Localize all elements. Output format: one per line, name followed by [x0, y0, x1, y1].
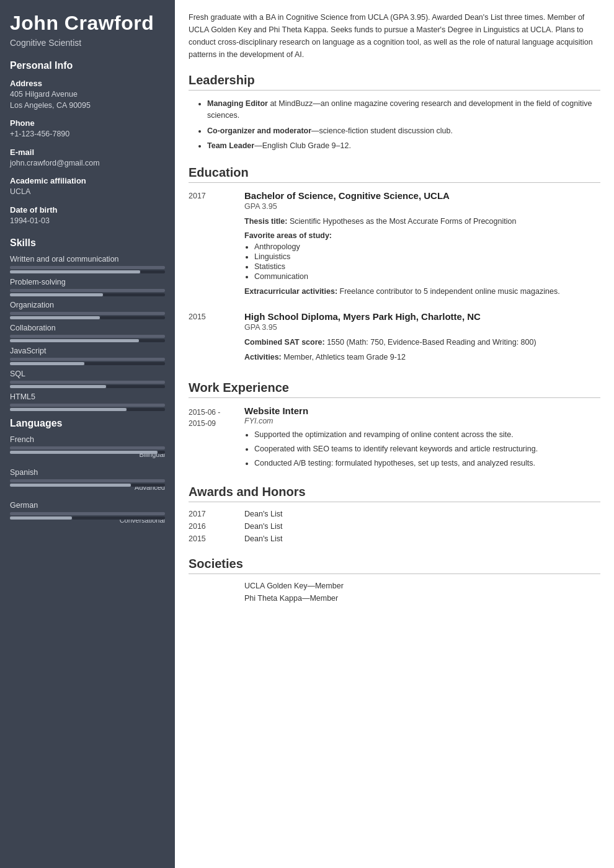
- skill-bar: [10, 358, 165, 361]
- award-row: 2017 Dean's List: [189, 510, 600, 518]
- edu-degree: Bachelor of Science, Cognitive Science, …: [244, 190, 600, 201]
- award-row: 2016 Dean's List: [189, 522, 600, 531]
- affiliation-value: UCLA: [10, 187, 165, 198]
- leadership-bullet: Co-organizer and moderator—science-ficti…: [207, 125, 600, 137]
- skill-name: Problem-solving: [10, 278, 165, 286]
- education-row: 2015 High School Diploma, Myers Park Hig…: [189, 311, 600, 368]
- address-label: Address: [10, 79, 165, 88]
- award-name: Dean's List: [244, 510, 282, 518]
- society-item: UCLA Golden Key—Member: [244, 582, 600, 590]
- intro-paragraph: Fresh graduate with a BA in Cognitive Sc…: [189, 11, 600, 61]
- full-name: John Crawford: [10, 12, 165, 34]
- skill-item: HTML5: [10, 392, 165, 407]
- language-name: Spanish: [10, 468, 165, 477]
- edu-content: Bachelor of Science, Cognitive Science, …: [244, 190, 600, 301]
- address-line2: Los Angeles, CA 90095: [10, 100, 165, 112]
- phone-label: Phone: [10, 118, 165, 128]
- skill-item: Problem-solving: [10, 278, 165, 292]
- dob-label: Date of birth: [10, 205, 165, 215]
- dob-value: 1994-01-03: [10, 216, 165, 227]
- award-name: Dean's List: [244, 522, 282, 531]
- skill-name: JavaScript: [10, 347, 165, 355]
- address-line1: 405 Hilgard Avenue: [10, 89, 165, 100]
- edu-sat: Combined SAT score: 1550 (Math: 750, Evi…: [244, 337, 600, 348]
- language-bar: [10, 446, 165, 450]
- edu-fav-list: AnthropologyLinguisticsStatisticsCommuni…: [254, 242, 600, 281]
- skills-list: Written and oral communication Problem-s…: [10, 255, 165, 407]
- education-row: 2017 Bachelor of Science, Cognitive Scie…: [189, 190, 600, 301]
- education-list: 2017 Bachelor of Science, Cognitive Scie…: [189, 190, 600, 367]
- leadership-bullets: Managing Editor at MindBuzz—an online ma…: [207, 98, 600, 152]
- leadership-bullet: Team Leader—English Club Grade 9–12.: [207, 140, 600, 152]
- awards-title: Awards and Honors: [189, 485, 600, 502]
- language-name: German: [10, 501, 165, 510]
- leadership-title: Leadership: [189, 73, 600, 91]
- affiliation-label: Academic affiliation: [10, 176, 165, 185]
- main-content: Fresh graduate with a BA in Cognitive Sc…: [175, 0, 614, 868]
- edu-gpa: GPA 3.95: [244, 323, 600, 332]
- sidebar: John Crawford Cognitive Scientist Person…: [0, 0, 175, 868]
- skills-heading: Skills: [10, 237, 165, 249]
- edu-thesis: Thesis title: Scientific Hypotheses as t…: [244, 216, 600, 228]
- work-bullets: Supported the optimization and revamping…: [254, 429, 600, 469]
- skill-item: Written and oral communication: [10, 255, 165, 269]
- list-item: Linguistics: [254, 252, 600, 261]
- language-bar: [10, 479, 165, 482]
- list-item: Conducted A/B testing: formulated hypoth…: [254, 458, 600, 469]
- leadership-bullet: Managing Editor at MindBuzz—an online ma…: [207, 98, 600, 122]
- email-value: john.crawford@gmail.com: [10, 158, 165, 169]
- societies-title: Societies: [189, 557, 600, 574]
- awards-section: Awards and Honors 2017 Dean's List 2016 …: [189, 485, 600, 543]
- award-year: 2016: [189, 522, 244, 531]
- skill-bar: [10, 266, 165, 269]
- award-year: 2017: [189, 510, 244, 518]
- skill-bar: [10, 312, 165, 315]
- skill-name: SQL: [10, 370, 165, 378]
- work-dates: 2015-06 -2015-09: [189, 405, 244, 471]
- list-item: Supported the optimization and revamping…: [254, 429, 600, 441]
- education-section: Education 2017 Bachelor of Science, Cogn…: [189, 166, 600, 367]
- work-company: FYI.com: [244, 417, 600, 425]
- list-item: Communication: [254, 272, 600, 281]
- education-title: Education: [189, 166, 600, 183]
- list-item: Cooperated with SEO teams to identify re…: [254, 443, 600, 455]
- language-bar: [10, 512, 165, 515]
- languages-heading: Languages: [10, 418, 165, 429]
- languages-list: French Bilingual Spanish Advanced German…: [10, 435, 165, 524]
- skill-name: Collaboration: [10, 324, 165, 332]
- edu-degree: High School Diploma, Myers Park High, Ch…: [244, 311, 600, 322]
- work-content: Website Intern FYI.com Supported the opt…: [244, 405, 600, 471]
- skill-item: SQL: [10, 370, 165, 384]
- job-title: Cognitive Scientist: [10, 38, 165, 48]
- skill-name: Written and oral communication: [10, 255, 165, 264]
- edu-gpa: GPA 3.95: [244, 202, 600, 211]
- edu-fav-title: Favorite areas of study:: [244, 231, 600, 240]
- edu-activities: Activities: Member, Athletics team Grade…: [244, 352, 600, 363]
- skill-name: HTML5: [10, 392, 165, 401]
- skill-item: Organization: [10, 301, 165, 315]
- societies-list: UCLA Golden Key—MemberPhi Theta Kappa—Me…: [189, 582, 600, 603]
- edu-content: High School Diploma, Myers Park High, Ch…: [244, 311, 600, 368]
- language-item: French Bilingual: [10, 435, 165, 458]
- work-title: Work Experience: [189, 381, 600, 398]
- work-list: 2015-06 -2015-09 Website Intern FYI.com …: [189, 405, 600, 471]
- language-name: French: [10, 435, 165, 444]
- language-item: German Conversational: [10, 501, 165, 524]
- edu-year: 2015: [189, 311, 244, 368]
- leadership-section: Leadership Managing Editor at MindBuzz—a…: [189, 73, 600, 152]
- skill-bar: [10, 335, 165, 338]
- list-item: Statistics: [254, 262, 600, 271]
- edu-extra: Extracurricular activities: Freelance co…: [244, 286, 600, 298]
- work-title: Website Intern: [244, 405, 600, 416]
- societies-section: Societies UCLA Golden Key—MemberPhi Thet…: [189, 557, 600, 603]
- society-item: Phi Theta Kappa—Member: [244, 594, 600, 603]
- award-name: Dean's List: [244, 534, 282, 543]
- skill-name: Organization: [10, 301, 165, 309]
- email-label: E-mail: [10, 148, 165, 157]
- awards-list: 2017 Dean's List 2016 Dean's List 2015 D…: [189, 510, 600, 543]
- skill-bar: [10, 381, 165, 384]
- work-section: Work Experience 2015-06 -2015-09 Website…: [189, 381, 600, 471]
- language-item: Spanish Advanced: [10, 468, 165, 491]
- award-year: 2015: [189, 534, 244, 543]
- skill-item: Collaboration: [10, 324, 165, 338]
